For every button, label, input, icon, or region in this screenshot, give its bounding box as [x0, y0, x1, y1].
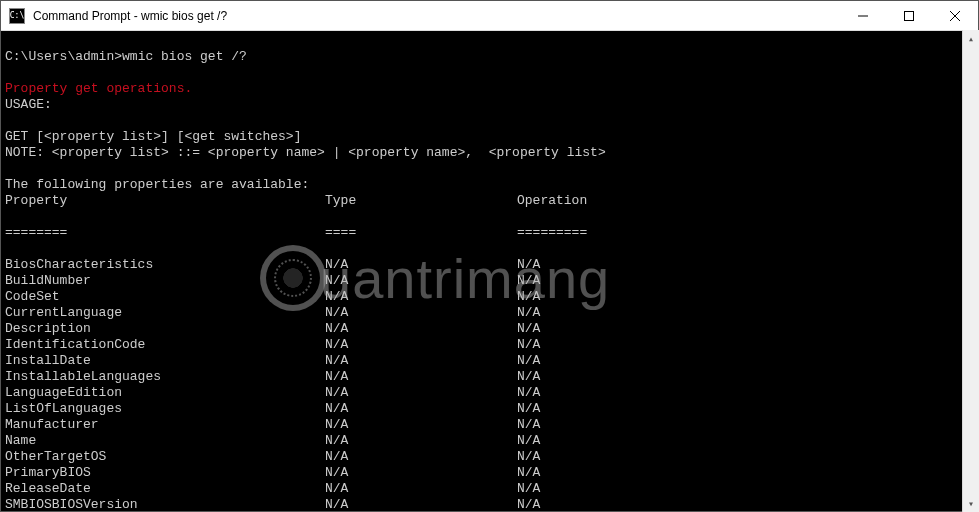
table-row: PrimaryBIOSN/AN/A	[5, 465, 974, 481]
cell-type: N/A	[325, 257, 517, 273]
cell-type: N/A	[325, 273, 517, 289]
table-header: PropertyTypeOperation	[5, 193, 974, 209]
cell-property: Description	[5, 321, 325, 337]
header-property: Property	[5, 193, 325, 209]
cell-property: SMBIOSBIOSVersion	[5, 497, 325, 511]
cell-property: ListOfLanguages	[5, 401, 325, 417]
svg-rect-1	[905, 11, 914, 20]
cell-type: N/A	[325, 401, 517, 417]
header-type: Type	[325, 193, 517, 209]
table-row: ReleaseDateN/AN/A	[5, 481, 974, 497]
cell-type: N/A	[325, 481, 517, 497]
terminal[interactable]: C:\Users\admin>wmic bios get /? Property…	[1, 31, 978, 511]
table-row: BuildNumberN/AN/A	[5, 273, 974, 289]
table-row: LanguageEditionN/AN/A	[5, 385, 974, 401]
cell-operation: N/A	[517, 369, 974, 385]
cell-type: N/A	[325, 289, 517, 305]
table-row: OtherTargetOSN/AN/A	[5, 449, 974, 465]
maximize-icon	[904, 11, 914, 21]
table-row: InstallDateN/AN/A	[5, 353, 974, 369]
cell-type: N/A	[325, 305, 517, 321]
cell-type: N/A	[325, 417, 517, 433]
close-icon	[950, 11, 960, 21]
cell-property: BuildNumber	[5, 273, 325, 289]
cell-property: BiosCharacteristics	[5, 257, 325, 273]
cell-type: N/A	[325, 353, 517, 369]
cell-type: N/A	[325, 385, 517, 401]
cell-property: InstallDate	[5, 353, 325, 369]
get-syntax: GET [<property list>] [<get switches>]	[5, 129, 301, 144]
cell-type: N/A	[325, 465, 517, 481]
cell-property: CodeSet	[5, 289, 325, 305]
cell-property: CurrentLanguage	[5, 305, 325, 321]
table-row: NameN/AN/A	[5, 433, 974, 449]
cell-property: ReleaseDate	[5, 481, 325, 497]
minimize-button[interactable]	[840, 1, 886, 30]
vertical-scrollbar[interactable]: ▴ ▾	[962, 30, 979, 512]
cell-operation: N/A	[517, 465, 974, 481]
table-row: IdentificationCodeN/AN/A	[5, 337, 974, 353]
cell-type: N/A	[325, 433, 517, 449]
scrollbar-track[interactable]	[963, 47, 979, 495]
table-row: DescriptionN/AN/A	[5, 321, 974, 337]
cell-operation: N/A	[517, 257, 974, 273]
cmd-icon: C:\	[9, 8, 25, 24]
available-line: The following properties are available:	[5, 177, 309, 192]
cell-operation: N/A	[517, 353, 974, 369]
prompt: C:\Users\admin>	[5, 49, 122, 64]
close-button[interactable]	[932, 1, 978, 30]
cell-type: N/A	[325, 449, 517, 465]
table-divider: =====================	[5, 225, 974, 241]
cell-type: N/A	[325, 321, 517, 337]
cell-operation: N/A	[517, 321, 974, 337]
command-text: wmic bios get /?	[122, 49, 247, 64]
cell-type: N/A	[325, 337, 517, 353]
cell-operation: N/A	[517, 417, 974, 433]
cell-operation: N/A	[517, 337, 974, 353]
table-row: SMBIOSBIOSVersionN/AN/A	[5, 497, 974, 511]
cell-operation: N/A	[517, 385, 974, 401]
table-row: InstallableLanguagesN/AN/A	[5, 369, 974, 385]
titlebar[interactable]: C:\ Command Prompt - wmic bios get /?	[1, 1, 978, 31]
minimize-icon	[858, 11, 868, 21]
output-heading: Property get operations.	[5, 81, 192, 96]
cell-property: OtherTargetOS	[5, 449, 325, 465]
window: C:\ Command Prompt - wmic bios get /? C:…	[0, 0, 979, 512]
table-row: ManufacturerN/AN/A	[5, 417, 974, 433]
window-title: Command Prompt - wmic bios get /?	[31, 9, 840, 23]
svg-line-3	[950, 11, 960, 21]
property-table: BiosCharacteristicsN/AN/ABuildNumberN/AN…	[5, 257, 974, 511]
chevron-up-icon: ▴	[968, 33, 974, 45]
maximize-button[interactable]	[886, 1, 932, 30]
table-row: BiosCharacteristicsN/AN/A	[5, 257, 974, 273]
cell-type: N/A	[325, 369, 517, 385]
cell-operation: N/A	[517, 289, 974, 305]
cell-property: InstallableLanguages	[5, 369, 325, 385]
chevron-down-icon: ▾	[968, 498, 974, 510]
usage-label: USAGE:	[5, 97, 52, 112]
cell-property: IdentificationCode	[5, 337, 325, 353]
table-row: CurrentLanguageN/AN/A	[5, 305, 974, 321]
cell-property: LanguageEdition	[5, 385, 325, 401]
window-controls	[840, 1, 978, 30]
note-line: NOTE: <property list> ::= <property name…	[5, 145, 606, 160]
svg-line-2	[950, 11, 960, 21]
cell-operation: N/A	[517, 433, 974, 449]
cell-operation: N/A	[517, 401, 974, 417]
cell-operation: N/A	[517, 449, 974, 465]
scroll-up-button[interactable]: ▴	[963, 30, 979, 47]
cell-property: PrimaryBIOS	[5, 465, 325, 481]
scroll-down-button[interactable]: ▾	[963, 495, 979, 512]
table-row: ListOfLanguagesN/AN/A	[5, 401, 974, 417]
cell-operation: N/A	[517, 497, 974, 511]
cell-type: N/A	[325, 497, 517, 511]
cell-operation: N/A	[517, 305, 974, 321]
cell-property: Manufacturer	[5, 417, 325, 433]
table-row: CodeSetN/AN/A	[5, 289, 974, 305]
cell-operation: N/A	[517, 481, 974, 497]
header-operation: Operation	[517, 193, 974, 209]
cell-property: Name	[5, 433, 325, 449]
cell-operation: N/A	[517, 273, 974, 289]
